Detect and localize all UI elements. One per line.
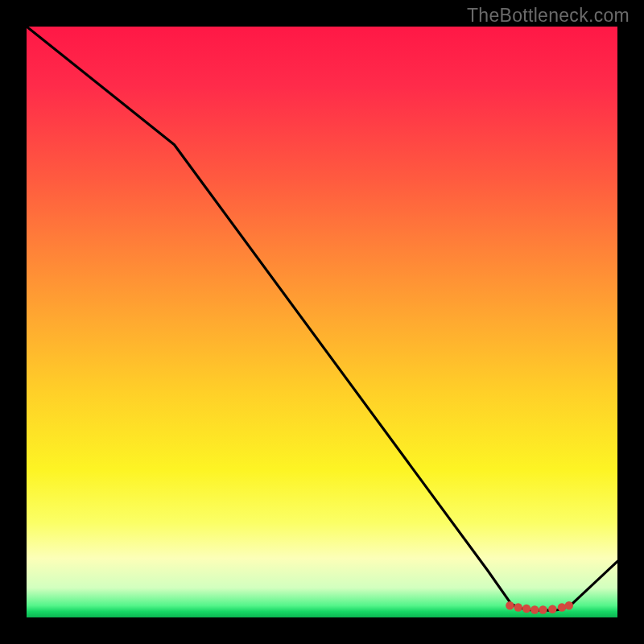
marker-dot [539,605,547,613]
chart-svg [27,27,617,617]
marker-dot [565,601,573,609]
marker-dot [514,603,522,611]
plot-area [27,27,617,617]
marker-dot [558,603,566,611]
marker-dot [548,605,556,613]
marker-cluster [506,601,573,614]
marker-dot [522,605,530,613]
bottleneck-curve [27,27,617,610]
marker-dot [506,601,514,609]
marker-dot [530,605,539,613]
watermark-text: TheBottleneck.com [467,5,630,27]
